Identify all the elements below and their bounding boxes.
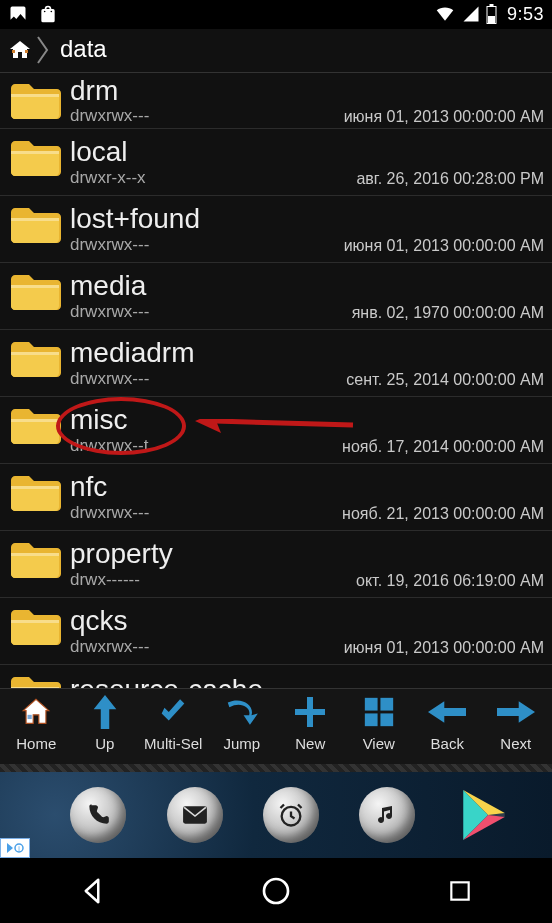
toolbar-label: Jump: [223, 735, 260, 752]
file-text: lost+found drwxrwx--- июня 01, 2013 00:0…: [70, 196, 544, 262]
adchoices-icon[interactable]: i: [0, 838, 30, 858]
file-text: misc drwxrwx--t нояб. 17, 2014 00:00:00 …: [70, 397, 544, 463]
file-permissions: drwxrwx---: [70, 235, 149, 255]
file-row[interactable]: mediadrm drwxrwx--- сент. 25, 2014 00:00…: [0, 330, 552, 397]
file-name: resource-cache: [70, 675, 544, 688]
file-row[interactable]: local drwxr-x--x авг. 26, 2016 00:28:00 …: [0, 129, 552, 196]
file-name: qcks: [70, 606, 544, 635]
file-permissions: drwxr-x--x: [70, 168, 146, 188]
file-text: nfc drwxrwx--- нояб. 21, 2013 00:00:00 A…: [70, 464, 544, 530]
toolbar-label: Home: [16, 735, 56, 752]
toolbar-home-button[interactable]: Home: [2, 693, 71, 765]
svg-rect-4: [25, 50, 28, 53]
file-text: mediadrm drwxrwx--- сент. 25, 2014 00:00…: [70, 330, 544, 396]
file-list[interactable]: drm drwxrwx--- июня 01, 2013 00:00:00 AM…: [0, 73, 552, 688]
breadcrumb-home-button[interactable]: [6, 36, 34, 64]
status-notifications: [8, 4, 58, 24]
nav-home-button[interactable]: [246, 861, 306, 921]
toolbar-view-button[interactable]: View: [345, 693, 414, 765]
toolbar-up-button[interactable]: Up: [71, 693, 140, 765]
path-bar: data: [0, 29, 552, 73]
toolbar-next-button[interactable]: Next: [482, 693, 551, 765]
file-permissions: drwx------: [70, 570, 140, 590]
svg-rect-2: [488, 16, 495, 23]
texture-divider: [0, 764, 552, 772]
status-clock: 9:53: [507, 4, 544, 25]
file-row[interactable]: nfc drwxrwx--- нояб. 21, 2013 00:00:00 A…: [0, 464, 552, 531]
image-notification-icon: [8, 4, 28, 24]
file-permissions: drwxrwx---: [70, 503, 149, 523]
toolbar-back-button[interactable]: Back: [413, 693, 482, 765]
folder-icon: [0, 330, 70, 396]
wifi-icon: [434, 5, 456, 23]
ad-music-icon: [359, 787, 415, 843]
file-name: lost+found: [70, 204, 544, 233]
file-text: media drwxrwx--- янв. 02, 1970 00:00:00 …: [70, 263, 544, 329]
toolbar-label: Next: [500, 735, 531, 752]
toolbar-jump-button[interactable]: Jump: [208, 693, 277, 765]
file-date: нояб. 17, 2014 00:00:00 AM: [342, 438, 544, 456]
file-name: property: [70, 539, 544, 568]
file-text: qcks drwxrwx--- июня 01, 2013 00:00:00 A…: [70, 598, 544, 664]
folder-icon: [0, 263, 70, 329]
arrow-left-icon: [428, 693, 466, 731]
svg-rect-10: [380, 713, 393, 726]
file-date: авг. 26, 2016 00:28:00 PM: [356, 170, 544, 188]
file-row[interactable]: lost+found drwxrwx--- июня 01, 2013 00:0…: [0, 196, 552, 263]
toolbar-label: View: [363, 735, 395, 752]
file-date: нояб. 21, 2013 00:00:00 AM: [342, 505, 544, 523]
file-permissions: drwxrwx---: [70, 369, 149, 389]
svg-rect-3: [12, 50, 15, 53]
ad-playstore-icon: [456, 787, 512, 843]
arrow-right-icon: [497, 693, 535, 731]
shopping-notification-icon: [38, 4, 58, 24]
file-text: local drwxr-x--x авг. 26, 2016 00:28:00 …: [70, 129, 544, 195]
jump-icon: [223, 693, 261, 731]
svg-rect-6: [28, 715, 32, 719]
home-icon: [17, 693, 55, 731]
file-permissions: drwxrwx--t: [70, 436, 148, 456]
file-name: local: [70, 137, 544, 166]
toolbar-multisel-button[interactable]: Multi-Sel: [139, 693, 208, 765]
battery-icon: [486, 4, 497, 24]
nav-back-button[interactable]: [62, 861, 122, 921]
svg-point-15: [264, 879, 288, 903]
file-text: drm drwxrwx--- июня 01, 2013 00:00:00 AM: [70, 73, 544, 128]
file-name: nfc: [70, 472, 544, 501]
plus-icon: [291, 693, 329, 731]
file-row[interactable]: drm drwxrwx--- июня 01, 2013 00:00:00 AM: [0, 73, 552, 129]
file-date: окт. 19, 2016 06:19:00 AM: [356, 572, 544, 590]
folder-icon: [0, 397, 70, 463]
file-date: июня 01, 2013 00:00:00 AM: [344, 237, 544, 255]
toolbar-label: Multi-Sel: [144, 735, 202, 752]
folder-icon: [0, 598, 70, 664]
file-date: янв. 02, 1970 00:00:00 AM: [352, 304, 544, 322]
nav-recents-button[interactable]: [430, 861, 490, 921]
file-text: resource-cache: [70, 665, 544, 688]
file-row[interactable]: misc drwxrwx--t нояб. 17, 2014 00:00:00 …: [0, 397, 552, 464]
cell-signal-icon: [462, 5, 480, 23]
ad-mail-icon: [167, 787, 223, 843]
toolbar-label: Up: [95, 735, 114, 752]
ad-clock-icon: [263, 787, 319, 843]
file-date: июня 01, 2013 00:00:00 AM: [344, 639, 544, 657]
ad-phone-icon: [70, 787, 126, 843]
file-row[interactable]: media drwxrwx--- янв. 02, 1970 00:00:00 …: [0, 263, 552, 330]
file-row[interactable]: property drwx------ окт. 19, 2016 06:19:…: [0, 531, 552, 598]
file-text: property drwx------ окт. 19, 2016 06:19:…: [70, 531, 544, 597]
file-permissions: drwxrwx---: [70, 302, 149, 322]
breadcrumb-current[interactable]: data: [52, 33, 117, 67]
system-nav-bar: [0, 858, 552, 923]
check-icon: [154, 693, 192, 731]
svg-rect-8: [380, 698, 393, 711]
toolbar-new-button[interactable]: New: [276, 693, 345, 765]
file-permissions: drwxrwx---: [70, 106, 149, 126]
folder-icon: [0, 196, 70, 262]
ad-banner[interactable]: i: [0, 772, 552, 858]
file-name: misc: [70, 405, 544, 434]
bottom-toolbar: Home Up Multi-Sel Jump New View Back Nex…: [0, 688, 552, 765]
file-row[interactable]: qcks drwxrwx--- июня 01, 2013 00:00:00 A…: [0, 598, 552, 665]
folder-icon: [0, 665, 70, 688]
file-name: media: [70, 271, 544, 300]
file-row[interactable]: resource-cache: [0, 665, 552, 688]
